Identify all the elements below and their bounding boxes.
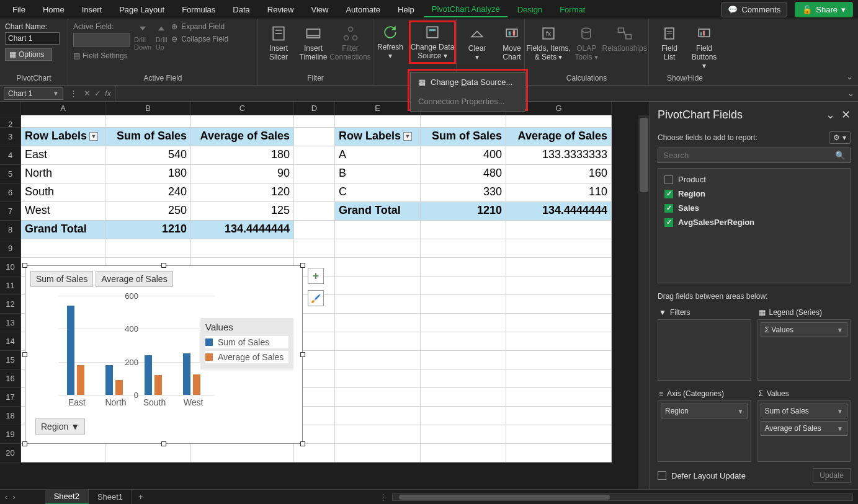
row-header[interactable]: 6 bbox=[0, 183, 21, 202]
bar[interactable] bbox=[67, 306, 74, 395]
cell[interactable]: 1210 bbox=[105, 221, 191, 239]
cell[interactable] bbox=[506, 314, 612, 332]
cell[interactable] bbox=[335, 351, 421, 369]
row-header[interactable]: 14 bbox=[0, 332, 21, 351]
cell[interactable] bbox=[506, 221, 612, 239]
cell[interactable] bbox=[21, 444, 105, 462]
cell[interactable]: 90 bbox=[191, 165, 294, 183]
row-header[interactable]: 12 bbox=[0, 295, 21, 314]
insert-slicer-button[interactable]: Insert Slicer bbox=[263, 22, 294, 64]
row-header[interactable]: 19 bbox=[0, 425, 21, 444]
pcf-tools-button[interactable]: ⚙▾ bbox=[829, 131, 851, 144]
cell[interactable] bbox=[335, 388, 421, 407]
row-header[interactable]: 10 bbox=[0, 258, 21, 276]
pivot-chart-object[interactable]: Sum of Sales Average of Sales Values Sum… bbox=[25, 265, 303, 444]
plot-area[interactable] bbox=[59, 296, 214, 395]
cell[interactable] bbox=[421, 332, 506, 351]
chip-average-of-sales[interactable]: Average of Sales▼ bbox=[761, 421, 848, 436]
cell[interactable] bbox=[506, 276, 612, 295]
cell[interactable]: 480 bbox=[421, 165, 506, 183]
cell[interactable] bbox=[335, 239, 421, 258]
cell[interactable] bbox=[335, 444, 421, 462]
field-list-button[interactable]: Field List bbox=[654, 22, 685, 64]
col-header[interactable]: C bbox=[191, 102, 294, 115]
row-header[interactable]: 5 bbox=[0, 165, 21, 183]
cell[interactable] bbox=[294, 146, 335, 165]
cell[interactable] bbox=[105, 239, 191, 258]
defer-layout-checkbox[interactable] bbox=[658, 471, 666, 480]
cell[interactable]: 160 bbox=[506, 165, 612, 183]
cell[interactable]: East bbox=[21, 146, 105, 165]
legend-item[interactable]: Average of Sales bbox=[205, 351, 288, 363]
row-header[interactable]: 9 bbox=[0, 239, 21, 258]
cell[interactable] bbox=[335, 425, 421, 444]
resize-handle[interactable] bbox=[161, 263, 166, 268]
row-header[interactable]: 3 bbox=[0, 128, 21, 146]
filter-dropdown-icon[interactable]: ▼ bbox=[89, 132, 98, 141]
pcf-search-input[interactable] bbox=[663, 151, 835, 160]
cell[interactable] bbox=[421, 369, 506, 388]
cell[interactable]: 134.4444444 bbox=[191, 221, 294, 239]
select-all-corner[interactable] bbox=[0, 102, 21, 115]
options-button[interactable]: ▦ Options bbox=[5, 48, 52, 61]
cell[interactable] bbox=[335, 258, 421, 276]
menu-design[interactable]: Design bbox=[510, 2, 550, 17]
cell[interactable]: North bbox=[21, 165, 105, 183]
vertical-scrollbar[interactable] bbox=[638, 115, 650, 489]
cell[interactable]: 180 bbox=[191, 146, 294, 165]
clear-button[interactable]: Clear▾ bbox=[462, 22, 493, 64]
cell[interactable] bbox=[506, 407, 612, 425]
cell[interactable] bbox=[506, 388, 612, 407]
cell[interactable]: B bbox=[335, 165, 421, 183]
cell[interactable] bbox=[421, 239, 506, 258]
col-header[interactable]: A bbox=[21, 102, 105, 115]
resize-handle[interactable] bbox=[22, 441, 27, 446]
legend-box[interactable]: Values Sum of Sales Average of Sales bbox=[200, 318, 293, 369]
cell[interactable] bbox=[506, 425, 612, 444]
cell[interactable]: 250 bbox=[105, 202, 191, 221]
row-header[interactable]: 2 bbox=[0, 115, 21, 128]
filter-dropdown-icon[interactable]: ▼ bbox=[403, 132, 412, 141]
resize-handle[interactable] bbox=[22, 263, 27, 268]
change-data-source-menu-item[interactable]: ▦ Change Data Source... bbox=[411, 73, 525, 92]
cell[interactable] bbox=[421, 258, 506, 276]
cell[interactable] bbox=[421, 407, 506, 425]
row-header[interactable]: 17 bbox=[0, 388, 21, 407]
cell[interactable] bbox=[21, 239, 105, 258]
insert-timeline-button[interactable]: Insert Timeline bbox=[298, 22, 329, 64]
cell[interactable]: 125 bbox=[191, 202, 294, 221]
chart-axis-button-region[interactable]: Region ▼ bbox=[35, 418, 85, 435]
cell[interactable] bbox=[335, 276, 421, 295]
field-settings-button[interactable]: ▤ Field Settings bbox=[73, 51, 130, 60]
bar[interactable] bbox=[193, 374, 200, 395]
bar[interactable] bbox=[154, 375, 162, 395]
row-header[interactable]: 8 bbox=[0, 221, 21, 239]
chip-sum-of-sales[interactable]: Sum of Sales▼ bbox=[761, 404, 848, 418]
row-header[interactable]: 15 bbox=[0, 351, 21, 369]
cell[interactable] bbox=[421, 444, 506, 462]
menu-review[interactable]: Review bbox=[260, 2, 302, 17]
area-values-box[interactable]: Sum of Sales▼ Average of Sales▼ bbox=[757, 400, 851, 462]
cell[interactable] bbox=[294, 202, 335, 221]
chart-elements-button[interactable]: + bbox=[308, 268, 324, 284]
cell[interactable] bbox=[506, 444, 612, 462]
chevron-down-icon[interactable]: ⌄ bbox=[826, 108, 835, 122]
legend-item[interactable]: Sum of Sales bbox=[205, 336, 288, 348]
cell[interactable] bbox=[335, 332, 421, 351]
chip-values[interactable]: Σ Values▼ bbox=[761, 322, 848, 337]
menu-automate[interactable]: Automate bbox=[338, 2, 388, 17]
cell[interactable]: 120 bbox=[191, 183, 294, 202]
cell[interactable]: A bbox=[335, 146, 421, 165]
pcf-field-item[interactable]: Product bbox=[661, 172, 847, 187]
cancel-icon[interactable]: ✕ bbox=[84, 89, 91, 98]
tab-nav-prev[interactable]: ‹ bbox=[5, 492, 7, 502]
cell[interactable]: Average of Sales bbox=[506, 128, 612, 146]
col-header[interactable]: D bbox=[294, 102, 335, 115]
change-data-source-button[interactable]: Change Data Source ▾ bbox=[409, 21, 455, 63]
cell[interactable] bbox=[335, 295, 421, 314]
cell[interactable]: Grand Total bbox=[335, 202, 421, 221]
cell[interactable] bbox=[105, 444, 191, 462]
cell[interactable] bbox=[191, 444, 294, 462]
cell[interactable]: South bbox=[21, 183, 105, 202]
cell[interactable]: Sum of Sales bbox=[421, 128, 506, 146]
